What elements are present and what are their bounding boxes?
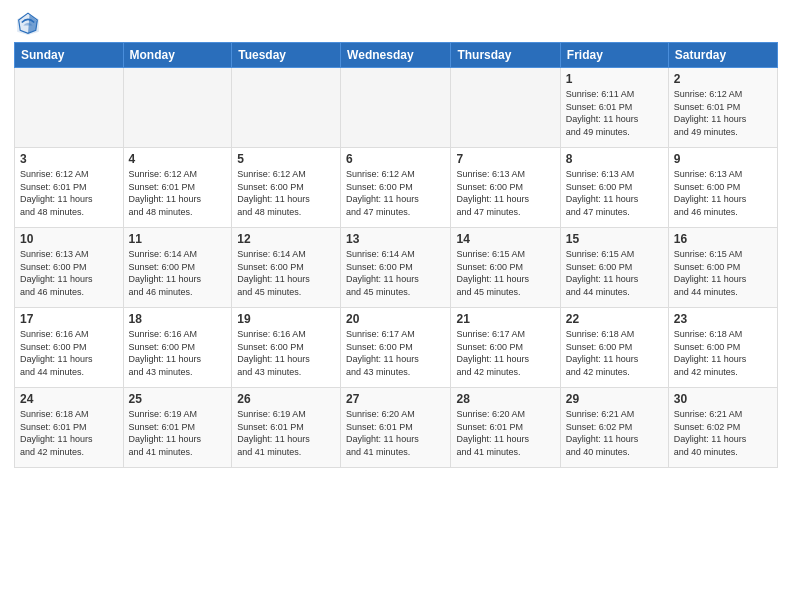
logo [14, 10, 44, 38]
calendar-cell: 2Sunrise: 6:12 AM Sunset: 6:01 PM Daylig… [668, 68, 777, 148]
day-info: Sunrise: 6:17 AM Sunset: 6:00 PM Dayligh… [346, 328, 445, 378]
day-number: 21 [456, 312, 554, 326]
day-info: Sunrise: 6:14 AM Sunset: 6:00 PM Dayligh… [129, 248, 227, 298]
day-number: 3 [20, 152, 118, 166]
calendar-week-1: 1Sunrise: 6:11 AM Sunset: 6:01 PM Daylig… [15, 68, 778, 148]
calendar-cell: 20Sunrise: 6:17 AM Sunset: 6:00 PM Dayli… [341, 308, 451, 388]
calendar-cell: 26Sunrise: 6:19 AM Sunset: 6:01 PM Dayli… [232, 388, 341, 468]
day-number: 11 [129, 232, 227, 246]
day-number: 15 [566, 232, 663, 246]
day-info: Sunrise: 6:12 AM Sunset: 6:00 PM Dayligh… [237, 168, 335, 218]
day-info: Sunrise: 6:14 AM Sunset: 6:00 PM Dayligh… [346, 248, 445, 298]
day-number: 5 [237, 152, 335, 166]
day-number: 24 [20, 392, 118, 406]
calendar-cell [123, 68, 232, 148]
calendar-cell: 13Sunrise: 6:14 AM Sunset: 6:00 PM Dayli… [341, 228, 451, 308]
day-number: 17 [20, 312, 118, 326]
day-info: Sunrise: 6:21 AM Sunset: 6:02 PM Dayligh… [566, 408, 663, 458]
calendar-cell: 24Sunrise: 6:18 AM Sunset: 6:01 PM Dayli… [15, 388, 124, 468]
calendar-cell: 27Sunrise: 6:20 AM Sunset: 6:01 PM Dayli… [341, 388, 451, 468]
day-info: Sunrise: 6:20 AM Sunset: 6:01 PM Dayligh… [346, 408, 445, 458]
calendar-cell: 10Sunrise: 6:13 AM Sunset: 6:00 PM Dayli… [15, 228, 124, 308]
day-info: Sunrise: 6:20 AM Sunset: 6:01 PM Dayligh… [456, 408, 554, 458]
calendar-cell: 11Sunrise: 6:14 AM Sunset: 6:00 PM Dayli… [123, 228, 232, 308]
day-info: Sunrise: 6:15 AM Sunset: 6:00 PM Dayligh… [566, 248, 663, 298]
day-info: Sunrise: 6:16 AM Sunset: 6:00 PM Dayligh… [129, 328, 227, 378]
calendar-cell: 22Sunrise: 6:18 AM Sunset: 6:00 PM Dayli… [560, 308, 668, 388]
calendar-cell [341, 68, 451, 148]
calendar-cell: 1Sunrise: 6:11 AM Sunset: 6:01 PM Daylig… [560, 68, 668, 148]
calendar-cell: 5Sunrise: 6:12 AM Sunset: 6:00 PM Daylig… [232, 148, 341, 228]
weekday-header-wednesday: Wednesday [341, 43, 451, 68]
calendar-cell: 19Sunrise: 6:16 AM Sunset: 6:00 PM Dayli… [232, 308, 341, 388]
day-number: 25 [129, 392, 227, 406]
weekday-header-saturday: Saturday [668, 43, 777, 68]
day-number: 29 [566, 392, 663, 406]
day-number: 23 [674, 312, 772, 326]
calendar-cell: 17Sunrise: 6:16 AM Sunset: 6:00 PM Dayli… [15, 308, 124, 388]
calendar-cell: 28Sunrise: 6:20 AM Sunset: 6:01 PM Dayli… [451, 388, 560, 468]
day-number: 13 [346, 232, 445, 246]
day-number: 12 [237, 232, 335, 246]
weekday-header-friday: Friday [560, 43, 668, 68]
calendar-cell: 23Sunrise: 6:18 AM Sunset: 6:00 PM Dayli… [668, 308, 777, 388]
calendar-cell: 30Sunrise: 6:21 AM Sunset: 6:02 PM Dayli… [668, 388, 777, 468]
weekday-header-tuesday: Tuesday [232, 43, 341, 68]
weekday-header-monday: Monday [123, 43, 232, 68]
day-info: Sunrise: 6:15 AM Sunset: 6:00 PM Dayligh… [456, 248, 554, 298]
day-info: Sunrise: 6:13 AM Sunset: 6:00 PM Dayligh… [674, 168, 772, 218]
day-info: Sunrise: 6:14 AM Sunset: 6:00 PM Dayligh… [237, 248, 335, 298]
calendar-week-2: 3Sunrise: 6:12 AM Sunset: 6:01 PM Daylig… [15, 148, 778, 228]
day-number: 10 [20, 232, 118, 246]
day-number: 19 [237, 312, 335, 326]
day-info: Sunrise: 6:19 AM Sunset: 6:01 PM Dayligh… [129, 408, 227, 458]
day-number: 14 [456, 232, 554, 246]
day-number: 9 [674, 152, 772, 166]
day-info: Sunrise: 6:19 AM Sunset: 6:01 PM Dayligh… [237, 408, 335, 458]
day-number: 30 [674, 392, 772, 406]
calendar-cell: 16Sunrise: 6:15 AM Sunset: 6:00 PM Dayli… [668, 228, 777, 308]
day-info: Sunrise: 6:15 AM Sunset: 6:00 PM Dayligh… [674, 248, 772, 298]
day-number: 4 [129, 152, 227, 166]
weekday-header-thursday: Thursday [451, 43, 560, 68]
day-info: Sunrise: 6:12 AM Sunset: 6:01 PM Dayligh… [129, 168, 227, 218]
calendar-cell: 4Sunrise: 6:12 AM Sunset: 6:01 PM Daylig… [123, 148, 232, 228]
weekday-header-sunday: Sunday [15, 43, 124, 68]
day-info: Sunrise: 6:18 AM Sunset: 6:00 PM Dayligh… [566, 328, 663, 378]
day-number: 16 [674, 232, 772, 246]
day-number: 22 [566, 312, 663, 326]
day-info: Sunrise: 6:18 AM Sunset: 6:00 PM Dayligh… [674, 328, 772, 378]
calendar-cell [15, 68, 124, 148]
day-info: Sunrise: 6:11 AM Sunset: 6:01 PM Dayligh… [566, 88, 663, 138]
day-number: 7 [456, 152, 554, 166]
page-container: SundayMondayTuesdayWednesdayThursdayFrid… [0, 0, 792, 474]
calendar-cell: 15Sunrise: 6:15 AM Sunset: 6:00 PM Dayli… [560, 228, 668, 308]
day-info: Sunrise: 6:13 AM Sunset: 6:00 PM Dayligh… [456, 168, 554, 218]
page-header [14, 10, 778, 38]
day-info: Sunrise: 6:21 AM Sunset: 6:02 PM Dayligh… [674, 408, 772, 458]
calendar-cell: 9Sunrise: 6:13 AM Sunset: 6:00 PM Daylig… [668, 148, 777, 228]
calendar-cell: 18Sunrise: 6:16 AM Sunset: 6:00 PM Dayli… [123, 308, 232, 388]
calendar-week-4: 17Sunrise: 6:16 AM Sunset: 6:00 PM Dayli… [15, 308, 778, 388]
day-number: 1 [566, 72, 663, 86]
day-number: 26 [237, 392, 335, 406]
calendar-cell: 8Sunrise: 6:13 AM Sunset: 6:00 PM Daylig… [560, 148, 668, 228]
day-number: 2 [674, 72, 772, 86]
calendar-cell: 7Sunrise: 6:13 AM Sunset: 6:00 PM Daylig… [451, 148, 560, 228]
calendar-cell [232, 68, 341, 148]
calendar-cell: 21Sunrise: 6:17 AM Sunset: 6:00 PM Dayli… [451, 308, 560, 388]
calendar-cell: 6Sunrise: 6:12 AM Sunset: 6:00 PM Daylig… [341, 148, 451, 228]
day-info: Sunrise: 6:13 AM Sunset: 6:00 PM Dayligh… [566, 168, 663, 218]
calendar-cell: 14Sunrise: 6:15 AM Sunset: 6:00 PM Dayli… [451, 228, 560, 308]
calendar-cell [451, 68, 560, 148]
day-info: Sunrise: 6:13 AM Sunset: 6:00 PM Dayligh… [20, 248, 118, 298]
weekday-header-row: SundayMondayTuesdayWednesdayThursdayFrid… [15, 43, 778, 68]
day-number: 18 [129, 312, 227, 326]
logo-icon [14, 10, 42, 38]
calendar-cell: 29Sunrise: 6:21 AM Sunset: 6:02 PM Dayli… [560, 388, 668, 468]
day-info: Sunrise: 6:12 AM Sunset: 6:01 PM Dayligh… [20, 168, 118, 218]
calendar-week-5: 24Sunrise: 6:18 AM Sunset: 6:01 PM Dayli… [15, 388, 778, 468]
day-info: Sunrise: 6:12 AM Sunset: 6:00 PM Dayligh… [346, 168, 445, 218]
calendar-cell: 12Sunrise: 6:14 AM Sunset: 6:00 PM Dayli… [232, 228, 341, 308]
day-info: Sunrise: 6:16 AM Sunset: 6:00 PM Dayligh… [237, 328, 335, 378]
